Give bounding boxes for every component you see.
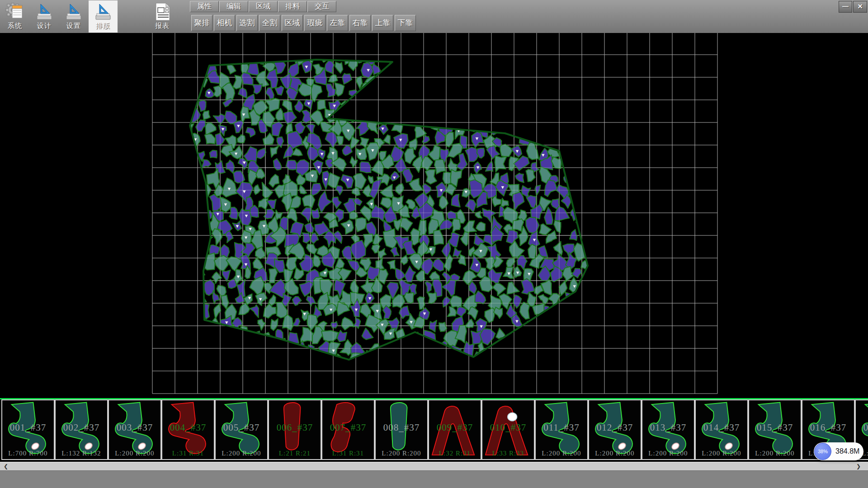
part-lr-count: L:31 R:31: [162, 450, 214, 457]
design-icon: [34, 2, 54, 22]
part-id-label: 003_#37: [109, 422, 160, 433]
part-thumbnail[interactable]: 005_#37L:200 R:200: [215, 399, 268, 460]
part-id-label: 015_#37: [749, 422, 801, 433]
part-id-label: 014_#37: [696, 422, 747, 433]
part-thumbnail[interactable]: 015_#37L:200 R:200: [748, 399, 802, 460]
nav-button-label: 设置: [59, 22, 88, 30]
part-lr-count: L:33 R:33: [482, 450, 534, 457]
tool-button-9[interactable]: 上靠: [372, 15, 393, 31]
part-thumbnail[interactable]: 002_#37L:132 R:132: [55, 399, 108, 460]
nesting-canvas[interactable]: [0, 33, 868, 398]
nav-button-label: 排版: [89, 22, 118, 30]
menu-tab-5[interactable]: 交互: [307, 1, 336, 12]
part-id-label: 009_#37: [429, 422, 481, 433]
report-icon: [152, 2, 172, 22]
part-thumbnail[interactable]: 010_#37L:33 R:33: [481, 399, 535, 460]
tool-button-bar: 聚排相机选割全割区域瑕疵左靠右靠上靠下靠: [191, 15, 417, 31]
part-thumbnail[interactable]: 003_#37L:200 R:200: [108, 399, 161, 460]
part-thumbnail[interactable]: 013_#37L:200 R:200: [642, 399, 695, 460]
part-id-label: 005_#37: [216, 422, 267, 433]
part-thumbnail[interactable]: 001_#37L:700 R:700: [1, 399, 55, 460]
menu-tab-2[interactable]: 编辑: [219, 1, 248, 12]
part-id-label: 010_#37: [482, 422, 534, 433]
part-id-label: 008_#37: [376, 422, 427, 433]
menu-tab-3[interactable]: 区域: [249, 1, 278, 12]
hide-nesting-view: [0, 33, 868, 398]
nav-button-1[interactable]: 系统: [0, 0, 29, 33]
system-icon: [5, 2, 25, 22]
nav-button-label: 报表: [148, 22, 177, 30]
memory-badge[interactable]: 38% 384.8M: [814, 442, 863, 460]
part-thumbnail[interactable]: 009_#37L:32 R:31: [428, 399, 481, 460]
part-lr-count: L:200 R:200: [536, 450, 587, 457]
part-lr-count: L:200 R:200: [749, 450, 801, 457]
part-thumbnail[interactable]: 006_#37L:21 R:21: [268, 399, 321, 460]
nav-button-label: 设计: [30, 22, 59, 30]
part-id-label: 013_#37: [642, 422, 694, 433]
tool-button-6[interactable]: 瑕疵: [304, 15, 326, 31]
tool-button-5[interactable]: 区域: [282, 15, 303, 31]
nav-button-2[interactable]: 设计: [30, 0, 59, 33]
progress-circle: 38%: [814, 443, 831, 460]
part-id-label: 016_#37: [802, 422, 854, 433]
scroll-right-arrow-icon[interactable]: ❯: [854, 462, 863, 470]
part-lr-count: L:200 R:200: [589, 450, 641, 457]
nav-button-label: 系统: [0, 22, 29, 30]
nav-button-5[interactable]: 报表: [148, 0, 177, 33]
minimize-button[interactable]: —: [839, 1, 852, 13]
part-thumbnail[interactable]: 007_#37L:31 R:31: [321, 399, 375, 460]
part-thumbnail[interactable]: 012_#37L:200 R:200: [588, 399, 642, 460]
part-id-label: 002_#37: [56, 422, 107, 433]
part-lr-count: L:21 R:21: [269, 450, 321, 457]
part-thumbnail[interactable]: 008_#37L:200 R:200: [375, 399, 428, 460]
nav-button-4[interactable]: 排版: [89, 0, 118, 33]
part-lr-count: L:200 R:200: [642, 450, 694, 457]
part-id-label: 004_#37: [162, 422, 214, 433]
tool-button-8[interactable]: 右靠: [349, 15, 371, 31]
part-id-label: 011_#37: [536, 422, 587, 433]
application-window: 系统设计设置排版报表 属性编辑区域排料交互 聚排相机选割全割区域瑕疵左靠右靠上靠…: [0, 0, 868, 488]
part-id-label: 006_#37: [269, 422, 321, 433]
memory-value: 384.8M: [835, 442, 859, 460]
settings-icon: [64, 2, 84, 22]
horizontal-scrollbar[interactable]: ❮ ❯: [0, 462, 868, 470]
part-thumbnail[interactable]: 011_#37L:200 R:200: [535, 399, 588, 460]
layout-icon: [93, 2, 113, 22]
part-id-label: 001_#37: [2, 422, 54, 433]
tool-button-7[interactable]: 左靠: [327, 15, 348, 31]
status-bar: [0, 470, 868, 488]
part-lr-count: L:32 R:31: [429, 450, 481, 457]
part-lr-count: L:200 R:200: [109, 450, 160, 457]
menu-tab-4[interactable]: 排料: [278, 1, 307, 12]
nav-button-3[interactable]: 设置: [59, 0, 88, 33]
tool-button-4[interactable]: 全割: [259, 15, 280, 31]
part-lr-count: L:200 R:200: [376, 450, 427, 457]
part-lr-count: L:31 R:31: [322, 450, 374, 457]
part-lr-count: L:700 R:700: [2, 450, 54, 457]
part-id-label: 017_#37: [856, 422, 868, 433]
scroll-left-arrow-icon[interactable]: ❮: [1, 462, 11, 470]
menu-tab-1[interactable]: 属性: [190, 1, 219, 12]
part-thumbnail[interactable]: 014_#37L:200 R:200: [695, 399, 748, 460]
part-lr-count: L:200 R:200: [216, 450, 267, 457]
tool-button-10[interactable]: 下靠: [395, 15, 416, 31]
part-thumbnail[interactable]: 004_#37L:31 R:31: [161, 399, 215, 460]
tool-button-3[interactable]: 选割: [236, 15, 258, 31]
parts-strip: 001_#37L:700 R:700002_#37L:132 R:132003_…: [0, 398, 868, 462]
menu-tab-bar: 属性编辑区域排料交互: [190, 1, 337, 12]
part-id-label: 007_#37: [322, 422, 374, 433]
part-lr-count: L:132 R:132: [56, 450, 107, 457]
tool-button-1[interactable]: 聚排: [191, 15, 212, 31]
tool-button-2[interactable]: 相机: [214, 15, 235, 31]
toolbar: 系统设计设置排版报表 属性编辑区域排料交互 聚排相机选割全割区域瑕疵左靠右靠上靠…: [0, 0, 868, 33]
close-button[interactable]: ✕: [853, 1, 867, 13]
part-id-label: 012_#37: [589, 422, 641, 433]
part-lr-count: L:200 R:200: [696, 450, 747, 457]
